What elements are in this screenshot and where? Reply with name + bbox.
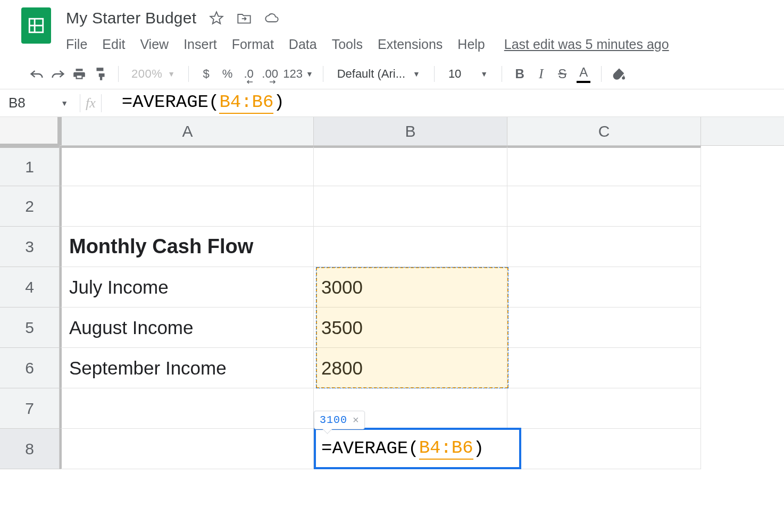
- cell-A2[interactable]: [60, 186, 314, 227]
- menubar: File Edit View Insert Format Data Tools …: [66, 34, 669, 54]
- row-header-1[interactable]: 1: [0, 146, 60, 186]
- cell-A7[interactable]: [60, 388, 314, 429]
- increase-decimal-label: .00: [262, 67, 278, 81]
- menu-tools[interactable]: Tools: [332, 37, 363, 52]
- bold-button[interactable]: B: [511, 65, 529, 83]
- strikethrough-button[interactable]: S: [553, 65, 571, 83]
- formula-bar[interactable]: =AVERAGE(B4:B6): [122, 92, 285, 114]
- menu-edit[interactable]: Edit: [102, 37, 125, 52]
- toolbar: 200% ▼ $ % .0 .00 123 ▼ Default (Ari... …: [0, 59, 784, 89]
- menu-insert[interactable]: Insert: [184, 37, 217, 52]
- menu-format[interactable]: Format: [232, 37, 274, 52]
- chevron-down-icon: ▼: [306, 70, 313, 78]
- editing-range: B4:B6: [419, 438, 473, 460]
- cell-C6[interactable]: [507, 348, 701, 388]
- cell-C4[interactable]: [507, 267, 701, 307]
- row-header-3[interactable]: 3: [0, 227, 60, 267]
- cell-A3[interactable]: Monthly Cash Flow: [60, 227, 314, 267]
- redo-icon[interactable]: [49, 65, 67, 83]
- sheets-logo[interactable]: [21, 7, 51, 44]
- undo-icon[interactable]: [28, 65, 46, 83]
- separator: [502, 66, 502, 82]
- font-size-value: 10: [448, 67, 461, 81]
- chevron-down-icon: ▼: [61, 99, 68, 107]
- cell-A6[interactable]: September Income: [60, 348, 314, 388]
- editing-cell-B8[interactable]: =AVERAGE(B4:B6): [314, 428, 521, 469]
- move-folder-icon[interactable]: [237, 11, 252, 26]
- editing-prefix: =AVERAGE(: [321, 438, 419, 459]
- row-header-7[interactable]: 7: [0, 388, 60, 429]
- text-color-label: A: [579, 65, 588, 80]
- menu-data[interactable]: Data: [289, 37, 317, 52]
- select-all-corner[interactable]: [0, 117, 60, 146]
- cell-A5[interactable]: August Income: [60, 307, 314, 348]
- row-header-8[interactable]: 8: [0, 429, 60, 469]
- last-edit-link[interactable]: Last edit was 5 minutes ago: [504, 37, 669, 52]
- cell-C5[interactable]: [507, 307, 701, 348]
- separator: [101, 94, 102, 112]
- more-formats-label: 123: [283, 67, 303, 81]
- cell-B6[interactable]: 2800: [314, 348, 507, 388]
- chevron-down-icon: ▼: [168, 70, 175, 78]
- separator: [434, 66, 435, 82]
- cell-A8[interactable]: [60, 429, 314, 469]
- italic-button[interactable]: I: [532, 65, 550, 83]
- row-header-2[interactable]: 2: [0, 186, 60, 227]
- paint-format-icon[interactable]: [91, 65, 110, 83]
- increase-decimal-button[interactable]: .00: [261, 65, 279, 83]
- svg-marker-3: [211, 12, 223, 23]
- menu-help[interactable]: Help: [457, 37, 485, 52]
- cell-C7[interactable]: [507, 388, 701, 429]
- zoom-value: 200%: [131, 67, 162, 81]
- formula-suffix: ): [273, 92, 284, 112]
- row-header-4[interactable]: 4: [0, 267, 60, 307]
- separator: [80, 94, 80, 112]
- fx-label: fx: [86, 95, 96, 111]
- menu-view[interactable]: View: [140, 37, 169, 52]
- cell-B5[interactable]: 3500: [314, 307, 507, 348]
- formula-prefix: =AVERAGE(: [122, 92, 220, 112]
- cell-C1[interactable]: [507, 146, 701, 186]
- font-size-select[interactable]: 10 ▼: [443, 67, 493, 81]
- column-header-A[interactable]: A: [60, 117, 314, 145]
- print-icon[interactable]: [70, 65, 88, 83]
- separator: [323, 66, 323, 82]
- menu-file[interactable]: File: [66, 37, 87, 52]
- cloud-status-icon[interactable]: [264, 11, 279, 26]
- name-box[interactable]: B8 ▼: [0, 95, 74, 111]
- zoom-select[interactable]: 200% ▼: [127, 67, 180, 81]
- row-header-6[interactable]: 6: [0, 348, 60, 388]
- decrease-decimal-button[interactable]: .0: [240, 65, 258, 83]
- font-family-select[interactable]: Default (Ari... ▼: [332, 67, 426, 81]
- cell-B3[interactable]: [314, 227, 507, 267]
- column-header-B[interactable]: B: [314, 117, 507, 145]
- cell-A1[interactable]: [60, 146, 314, 186]
- document-title[interactable]: My Starter Budget: [66, 9, 196, 27]
- chevron-down-icon: ▼: [413, 70, 420, 78]
- fill-color-button[interactable]: [610, 65, 628, 83]
- formula-preview-tooltip: 3100 ×: [314, 411, 365, 429]
- cell-A4[interactable]: July Income: [60, 267, 314, 307]
- cell-B4[interactable]: 3000: [314, 267, 507, 307]
- close-icon[interactable]: ×: [353, 414, 359, 426]
- menu-extensions[interactable]: Extensions: [378, 37, 443, 52]
- format-percent-button[interactable]: %: [219, 65, 237, 83]
- decrease-decimal-label: .0: [244, 67, 253, 81]
- text-color-button[interactable]: A: [574, 65, 593, 83]
- more-formats-button[interactable]: 123 ▼: [282, 65, 314, 83]
- name-box-value: B8: [9, 95, 26, 111]
- star-icon[interactable]: [209, 11, 224, 26]
- column-header-C[interactable]: C: [507, 117, 701, 145]
- separator: [118, 66, 119, 82]
- cell-C8[interactable]: [507, 429, 701, 469]
- editing-suffix: ): [473, 438, 484, 459]
- text-color-swatch: [577, 81, 590, 83]
- cell-C3[interactable]: [507, 227, 701, 267]
- cell-C2[interactable]: [507, 186, 701, 227]
- cell-B1[interactable]: [314, 146, 507, 186]
- cell-B2[interactable]: [314, 186, 507, 227]
- row-header-5[interactable]: 5: [0, 307, 60, 348]
- separator: [601, 66, 602, 82]
- separator: [188, 66, 189, 82]
- format-currency-button[interactable]: $: [197, 65, 215, 83]
